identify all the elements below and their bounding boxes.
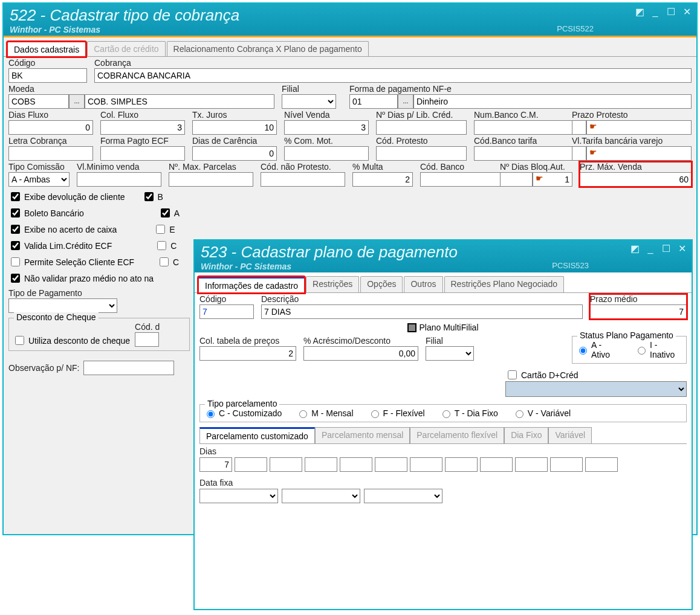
titlebar-522[interactable]: ◩ _ ☐ ✕ 522 - Cadastrar tipo de cobrança… bbox=[4, 4, 696, 5]
window-522: ◩ _ ☐ ✕ 522 - Cadastrar tipo de cobrança… bbox=[2, 2, 698, 5]
